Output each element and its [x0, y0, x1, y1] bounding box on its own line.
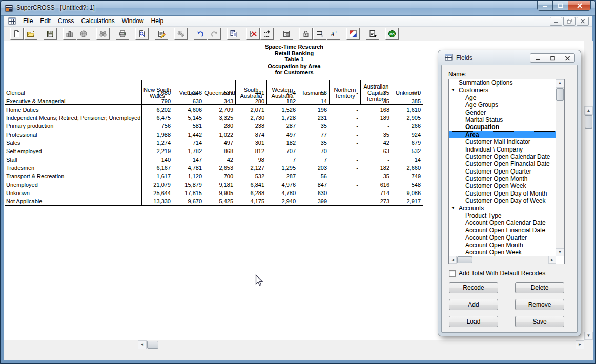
scroll-left-button[interactable]: ◄ [138, 340, 147, 349]
listbox-scroll-up-button[interactable]: ▲ [556, 79, 564, 88]
toolbar-field-order-button[interactable] [313, 28, 326, 40]
row-label-independent-means-retired-pensioner-unem[interactable]: Independent Means; Retired; Pensioner; U… [5, 114, 142, 122]
scroll-right-button[interactable]: ► [576, 340, 584, 349]
row-label-executive-managerial[interactable]: Executive & Managerial [5, 97, 142, 105]
menu-calculations[interactable]: Calculations [77, 16, 118, 26]
field-item-age-groups[interactable]: Age Groups [449, 101, 556, 109]
field-item-customer-open-quarter[interactable]: Customer Open Quarter [449, 168, 556, 175]
collapse-arrow-icon[interactable]: ▼ [451, 205, 455, 212]
field-item-customers[interactable]: ▼Customers [449, 87, 556, 94]
title-bar[interactable]: SuperCROSS - [Untitled?: 1] [1, 1, 595, 16]
row-label-unemployed[interactable]: Unemployed [5, 181, 142, 189]
field-item-account-open-month[interactable]: Account Open Month [449, 242, 556, 249]
minimize-button[interactable] [537, 1, 553, 11]
listbox-horizontal-scroll-thumb[interactable] [457, 256, 472, 263]
toolbar-retain-outline-button[interactable] [260, 28, 274, 40]
field-item-customer-mail-indicator[interactable]: Customer Mail Indicator [449, 138, 556, 145]
row-label-transport-recreation[interactable]: Transport & Recreation [5, 172, 142, 180]
scroll-up-button[interactable]: ▲ [584, 106, 593, 115]
mdi-close-button[interactable] [577, 17, 589, 26]
mdi-restore-button[interactable] [563, 17, 576, 26]
menu-edit[interactable]: Edit [36, 16, 54, 26]
row-label-staff[interactable]: Staff [5, 156, 142, 164]
field-item-customer-open-month[interactable]: Customer Open Month [449, 175, 556, 182]
add-button[interactable]: Add [449, 299, 498, 310]
maximize-button[interactable] [553, 1, 568, 11]
field-item-account-open-calendar-date[interactable]: Account Open Calendar Date [449, 219, 556, 226]
vertical-scrollbar[interactable]: ▲ ▼ [584, 41, 593, 340]
dialog-minimize-button[interactable] [530, 53, 545, 63]
field-item-marital-status[interactable]: Marital Status [449, 116, 556, 123]
row-label-sales[interactable]: Sales [5, 139, 142, 147]
row-label-unknown[interactable]: Unknown [5, 189, 142, 197]
remove-button[interactable]: Remove [515, 299, 564, 310]
toolbar-colors-button[interactable] [346, 28, 360, 40]
toolbar-print-preview-button[interactable] [135, 28, 149, 40]
field-item-product-type[interactable]: Product Type [449, 212, 556, 219]
vertical-scroll-thumb[interactable] [585, 115, 592, 129]
field-item-summation-options[interactable]: Summation Options [449, 79, 556, 87]
field-item-individual-company[interactable]: Individual \ Company [449, 146, 556, 153]
menu-window[interactable]: Window [118, 16, 148, 26]
field-item-age[interactable]: Age [449, 94, 556, 101]
row-label-self-employed[interactable]: Self employed [5, 147, 142, 155]
toolbar-lock-button[interactable] [299, 28, 313, 40]
field-item-customer-open-calendar-date[interactable]: Customer Open Calendar Date [449, 153, 556, 160]
horizontal-scrollbar[interactable]: ◄ ► [138, 340, 584, 349]
toolbar-bar-chart-button[interactable] [63, 28, 76, 40]
row-label-professional[interactable]: Professional [5, 131, 142, 139]
toolbar-print-button[interactable] [116, 28, 129, 40]
field-item-account-open-financial-date[interactable]: Account Open Financial Date [449, 227, 556, 234]
field-item-customer-open-day-of-month[interactable]: Customer Open Day of Month [449, 190, 556, 197]
menu-cross[interactable]: Cross [54, 16, 77, 26]
field-item-account-open-quarter[interactable]: Account Open Quarter [449, 234, 556, 241]
dialog-title-bar[interactable]: Fields [438, 50, 581, 65]
toolbar-grip[interactable] [6, 29, 7, 39]
dialog-close-button[interactable] [560, 53, 575, 63]
toolbar-sphere-button[interactable] [77, 28, 90, 40]
menu-file[interactable]: File [19, 16, 36, 26]
toolbar-copy-button[interactable] [227, 28, 240, 40]
toolbar-zero-suppression-button[interactable] [280, 28, 293, 40]
toolbar-edit-table-button[interactable] [155, 28, 168, 40]
field-item-occupation[interactable]: Occupation [449, 123, 556, 131]
collapse-arrow-icon[interactable]: ▼ [451, 87, 455, 94]
listbox-horizontal-scrollbar[interactable]: ◄ ► [449, 256, 556, 264]
listbox-scroll-left-button[interactable]: ◄ [449, 256, 457, 264]
scroll-down-button[interactable]: ▼ [584, 332, 593, 340]
toolbar-new-derivation-button[interactable] [366, 28, 379, 40]
row-label-primary-production[interactable]: Primary production [5, 122, 142, 130]
toolbar-delete-cross-button[interactable] [246, 28, 260, 40]
toolbar-save-button[interactable] [44, 28, 57, 40]
toolbar-undo-button[interactable] [194, 28, 207, 40]
listbox-scroll-right-button[interactable]: ► [548, 256, 556, 264]
fields-listbox[interactable]: Summation Options▼CustomersAgeAge Groups… [448, 79, 565, 264]
save-button[interactable]: Save [515, 316, 564, 327]
row-label-home-duties[interactable]: Home Duties [5, 105, 142, 114]
field-item-account-open-week[interactable]: Account Open Week [449, 249, 556, 256]
row-label-clerical[interactable]: Clerical [5, 89, 142, 97]
listbox-scroll-down-button[interactable]: ▼ [556, 248, 564, 256]
toolbar-go-button[interactable]: GO [385, 28, 399, 40]
recode-button[interactable]: Recode [449, 282, 498, 293]
listbox-vertical-scrollbar[interactable]: ▲ ▼ [556, 79, 564, 256]
toolbar-font-size-button[interactable]: A+ [327, 28, 340, 40]
load-button[interactable]: Load [449, 316, 498, 327]
field-item-accounts[interactable]: ▼Accounts [449, 205, 556, 212]
field-item-customer-open-week[interactable]: Customer Open Week [449, 182, 556, 189]
field-item-customer-open-day-of-week[interactable]: Customer Open Day of Week [449, 197, 556, 204]
toolbar-new-document-button[interactable] [10, 28, 24, 40]
toolbar-open-file-button[interactable] [24, 28, 37, 40]
close-button[interactable] [568, 1, 591, 11]
listbox-vertical-scroll-thumb[interactable] [556, 88, 564, 101]
delete-button[interactable]: Delete [515, 282, 564, 293]
menu-help[interactable]: Help [147, 16, 167, 26]
horizontal-scroll-thumb[interactable] [147, 341, 158, 349]
mdi-minimize-button[interactable] [550, 17, 562, 26]
dialog-maximize-button[interactable] [545, 53, 560, 63]
field-item-customer-open-financial-date[interactable]: Customer Open Financial Date [449, 160, 556, 167]
add-total-checkbox[interactable] [449, 270, 456, 277]
row-label-tradesmen[interactable]: Tradesmen [5, 164, 142, 172]
field-item-gender[interactable]: Gender [449, 109, 556, 116]
field-item-area[interactable]: Area [449, 131, 556, 138]
